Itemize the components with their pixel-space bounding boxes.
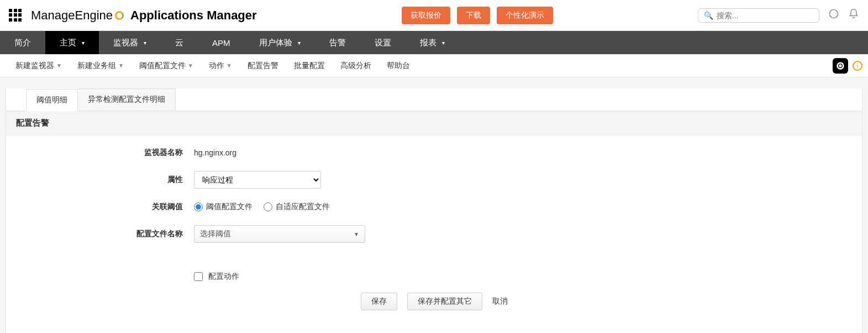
chevron-down-icon: ▼ — [118, 63, 124, 69]
nav-item-5[interactable]: 用户体验▾ — [245, 31, 315, 54]
nav-item-label: 用户体验 — [259, 38, 292, 48]
nav-item-label: 简介 — [14, 38, 31, 48]
nav-item-label: 告警 — [329, 38, 346, 48]
nav-item-1[interactable]: 主页▾ — [45, 31, 99, 54]
subnav-item-label: 新建监视器 — [15, 61, 54, 71]
subnav-item-1[interactable]: 新建业务组▼ — [70, 61, 131, 71]
nav-item-8[interactable]: 报表▾ — [406, 31, 459, 54]
chevron-down-icon: ▼ — [227, 63, 232, 69]
monitor-name-value: hg.nginx.org — [194, 148, 862, 157]
radio-adaptive-input[interactable] — [264, 202, 272, 211]
radio-adaptive-profile[interactable]: 自适应配置文件 — [264, 202, 330, 212]
chevron-down-icon: ▼ — [56, 63, 62, 69]
nav-item-label: 监视器 — [113, 38, 138, 48]
subnav-item-2[interactable]: 阈值配置文件▼ — [131, 61, 201, 71]
download-button[interactable]: 下载 — [457, 7, 490, 24]
subnav-item-label: 高级分析 — [340, 61, 371, 71]
radio-threshold-label: 阈值配置文件 — [206, 202, 252, 212]
nav-item-2[interactable]: 监视器▾ — [99, 31, 161, 54]
demo-button[interactable]: 个性化演示 — [497, 7, 553, 24]
save-button[interactable]: 保存 — [361, 293, 397, 310]
search-input[interactable] — [717, 11, 813, 20]
profile-name-label: 配置文件名称 — [6, 229, 194, 239]
get-quote-button[interactable]: 获取报价 — [402, 7, 450, 24]
nav-item-0[interactable]: 简介 — [0, 31, 45, 54]
subnav-item-label: 配置告警 — [248, 61, 278, 71]
brand-right: Applications Manager — [130, 8, 257, 23]
nav-item-label: 主页 — [60, 38, 76, 48]
section-title: 配置告警 — [6, 111, 862, 136]
search-box[interactable]: 🔍 — [698, 8, 819, 23]
assoc-threshold-label: 关联阈值 — [6, 202, 194, 212]
support-icon[interactable] — [828, 8, 839, 22]
chevron-down-icon: ▾ — [82, 40, 85, 46]
attribute-label: 属性 — [6, 175, 194, 185]
nav-item-6[interactable]: 告警 — [315, 31, 360, 54]
info-icon[interactable]: i — [853, 61, 862, 71]
subnav-item-6[interactable]: 高级分析 — [333, 61, 379, 71]
subnav-item-3[interactable]: 动作▼ — [201, 61, 240, 71]
profile-name-value: 选择阈值 — [200, 229, 231, 239]
save-config-button[interactable]: 保存并配置其它 — [407, 293, 482, 310]
config-form: 监视器名称 hg.nginx.org 属性 响应过程 关联阈值 阈值配置文件 自… — [6, 136, 862, 333]
attribute-select[interactable]: 响应过程 — [194, 171, 321, 189]
apps-grid-icon[interactable] — [9, 9, 22, 22]
subnav-item-label: 批量配置 — [294, 61, 325, 71]
top-center-buttons: 获取报价 下载 个性化演示 — [257, 7, 698, 24]
chevron-down-icon: ▼ — [188, 63, 193, 69]
search-icon: 🔍 — [704, 11, 713, 20]
top-bar: ManageEngine Applications Manager 获取报价 下… — [0, 0, 868, 31]
config-action-label: 配置动作 — [208, 272, 239, 282]
profile-name-combo[interactable]: 选择阈值 ▼ — [194, 225, 365, 243]
monitor-name-label: 监视器名称 — [6, 148, 194, 158]
content-panel: 阈值明细异常检测配置文件明细 配置告警 监视器名称 hg.nginx.org 属… — [6, 89, 862, 333]
bell-icon[interactable] — [848, 8, 859, 22]
nav-item-7[interactable]: 设置 — [360, 31, 406, 54]
radio-threshold-input[interactable] — [194, 202, 203, 211]
top-right: 🔍 — [698, 8, 859, 23]
subnav-item-5[interactable]: 批量配置 — [286, 61, 333, 71]
main-nav: 简介主页▾监视器▾云APM用户体验▾告警设置报表▾ — [0, 31, 868, 54]
subnav-item-0[interactable]: 新建监视器▼ — [8, 61, 70, 71]
product-logo: ManageEngine Applications Manager — [31, 8, 257, 23]
subnav-item-7[interactable]: 帮助台 — [379, 61, 418, 71]
chevron-down-icon: ▾ — [144, 40, 146, 46]
screenshot-icon[interactable] — [833, 58, 848, 74]
tab-0[interactable]: 阈值明细 — [26, 89, 78, 111]
chevron-down-icon: ▼ — [354, 231, 359, 237]
nav-item-label: 云 — [175, 38, 183, 48]
chevron-down-icon: ▾ — [442, 40, 445, 46]
cancel-link[interactable]: 取消 — [492, 296, 508, 306]
subnav-item-label: 阈值配置文件 — [139, 61, 186, 71]
config-action-checkbox[interactable] — [194, 272, 203, 281]
tabs: 阈值明细异常检测配置文件明细 — [26, 89, 862, 111]
nav-item-3[interactable]: 云 — [161, 31, 198, 54]
nav-item-label: 报表 — [420, 38, 436, 48]
sub-nav: 新建监视器▼新建业务组▼阈值配置文件▼动作▼配置告警批量配置高级分析帮助台 i — [0, 54, 868, 77]
tab-1[interactable]: 异常检测配置文件明细 — [78, 89, 176, 111]
radio-threshold-profile[interactable]: 阈值配置文件 — [194, 202, 252, 212]
subnav-item-label: 帮助台 — [387, 61, 410, 71]
nav-item-label: 设置 — [375, 38, 391, 48]
nav-item-4[interactable]: APM — [198, 31, 245, 54]
nav-item-label: APM — [212, 38, 230, 48]
svg-point-1 — [839, 64, 841, 67]
radio-adaptive-label: 自适应配置文件 — [276, 202, 330, 212]
brand-left: ManageEngine — [31, 8, 113, 23]
subnav-item-label: 新建业务组 — [77, 61, 116, 71]
subnav-item-4[interactable]: 配置告警 — [240, 61, 286, 71]
subnav-item-label: 动作 — [209, 61, 224, 71]
form-actions: 保存 保存并配置其它 取消 — [6, 287, 862, 321]
logo-ring-icon — [115, 11, 124, 20]
chevron-down-icon: ▾ — [298, 40, 301, 46]
